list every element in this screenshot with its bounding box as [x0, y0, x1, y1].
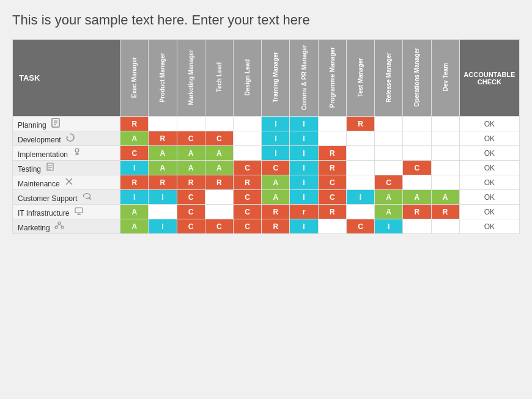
- task-icon: [72, 147, 82, 159]
- cell-6-7: R: [318, 205, 346, 219]
- cell-4-8: [346, 175, 374, 190]
- task-icon: [65, 133, 75, 144]
- cell-5-1: I: [149, 190, 177, 205]
- task-cell-0: Planning: [13, 117, 120, 131]
- cell-0-8: R: [346, 117, 374, 131]
- cell-7-0: A: [120, 219, 149, 234]
- table-row: Implementation CAAAIIROK: [13, 146, 520, 161]
- accountable-cell-1: OK: [459, 131, 519, 146]
- cell-6-8: [346, 205, 374, 219]
- accountable-cell-3: OK: [459, 161, 519, 175]
- cell-4-7: C: [318, 175, 346, 190]
- cell-3-6: I: [290, 161, 318, 175]
- accountable-cell-4: OK: [459, 175, 519, 190]
- accountable-cell-6: OK: [459, 205, 519, 219]
- task-icon: [54, 221, 64, 232]
- cell-6-5: R: [262, 205, 290, 219]
- role-header-4: Design Lead: [233, 40, 261, 117]
- table-row: Planning RIIROK: [13, 117, 520, 131]
- cell-6-0: A: [120, 205, 149, 219]
- svg-line-20: [56, 224, 59, 226]
- table-row: Customer Support IICCAICIAAAOK: [13, 190, 520, 205]
- cell-5-3: [205, 190, 233, 205]
- role-header-3: Tech Lead: [205, 40, 233, 117]
- cell-0-10: [403, 117, 431, 131]
- cell-0-4: [233, 117, 261, 131]
- cell-2-4: [233, 146, 261, 161]
- cell-0-11: [431, 117, 459, 131]
- cell-5-0: I: [120, 190, 149, 205]
- cell-1-8: [346, 131, 374, 146]
- role-header-1: Product Manager: [149, 40, 177, 117]
- cell-5-8: I: [346, 190, 374, 205]
- cell-5-6: I: [290, 190, 318, 205]
- table-row: Testing IAAACCIRCOK: [13, 161, 520, 175]
- svg-point-17: [58, 222, 61, 224]
- cell-2-11: [431, 146, 459, 161]
- role-header-8: Test Manager: [346, 40, 374, 117]
- cell-1-5: I: [262, 131, 290, 146]
- table-row: Marketing AICCCRICIOK: [13, 219, 520, 234]
- cell-3-2: A: [177, 161, 205, 175]
- cell-4-1: R: [149, 175, 177, 190]
- cell-6-6: r: [290, 205, 318, 219]
- cell-4-4: R: [233, 175, 261, 190]
- cell-1-0: A: [120, 131, 149, 146]
- cell-5-10: A: [403, 190, 431, 205]
- raci-table: TASK Exec Manager Product Manager Market…: [12, 39, 520, 234]
- cell-5-4: C: [233, 190, 261, 205]
- cell-7-2: C: [177, 219, 205, 234]
- cell-6-9: A: [375, 205, 403, 219]
- cell-7-7: [318, 219, 346, 234]
- cell-3-5: C: [262, 161, 290, 175]
- task-label: Marketing: [18, 224, 50, 232]
- cell-6-3: [205, 205, 233, 219]
- task-icon: [64, 177, 74, 188]
- svg-point-19: [61, 226, 64, 229]
- cell-3-10: C: [403, 161, 431, 175]
- cell-3-1: A: [149, 161, 177, 175]
- task-cell-2: Implementation: [13, 146, 120, 161]
- cell-7-4: C: [233, 219, 261, 234]
- cell-2-2: A: [177, 146, 205, 161]
- cell-4-10: [403, 175, 431, 190]
- table-row: Maintenance RRRRRAICCOK: [13, 175, 520, 190]
- cell-1-2: C: [177, 131, 205, 146]
- task-cell-3: Testing: [13, 161, 120, 175]
- svg-point-18: [55, 226, 57, 229]
- cell-3-7: R: [318, 161, 346, 175]
- svg-point-5: [75, 148, 79, 152]
- cell-2-5: I: [262, 146, 290, 161]
- task-label: Implementation: [18, 150, 68, 159]
- cell-3-9: [375, 161, 403, 175]
- cell-3-3: A: [205, 161, 233, 175]
- page-title: This is your sample text here. Enter you…: [12, 12, 520, 28]
- task-icon: [82, 191, 92, 203]
- cell-7-6: I: [290, 219, 318, 234]
- table-row: Development ARCCIIOK: [13, 131, 520, 146]
- role-header-0: Exec Manager: [120, 40, 149, 117]
- accountable-header: ACCOUNTABLE CHECK: [459, 40, 519, 117]
- cell-1-1: R: [149, 131, 177, 146]
- cell-0-5: I: [262, 117, 290, 131]
- cell-7-5: R: [262, 219, 290, 234]
- role-header-9: Release Manager: [375, 40, 403, 117]
- task-cell-6: IT Infrastructure: [13, 205, 120, 219]
- svg-marker-4: [67, 136, 68, 137]
- task-cell-7: Marketing: [13, 219, 120, 234]
- cell-5-5: A: [262, 190, 290, 205]
- cell-4-9: C: [375, 175, 403, 190]
- role-header-6: Comms & PR Manager: [290, 40, 318, 117]
- cell-0-2: [177, 117, 205, 131]
- cell-7-10: [403, 219, 431, 234]
- cell-4-3: R: [205, 175, 233, 190]
- cell-5-9: A: [375, 190, 403, 205]
- task-label: IT Infrastructure: [18, 209, 69, 218]
- cell-2-6: I: [290, 146, 318, 161]
- task-label: Customer Support: [18, 194, 77, 203]
- svg-line-21: [59, 224, 62, 226]
- cell-6-10: R: [403, 205, 431, 219]
- role-header-7: Programme Manager: [318, 40, 346, 117]
- cell-0-9: [375, 117, 403, 131]
- cell-3-0: I: [120, 161, 149, 175]
